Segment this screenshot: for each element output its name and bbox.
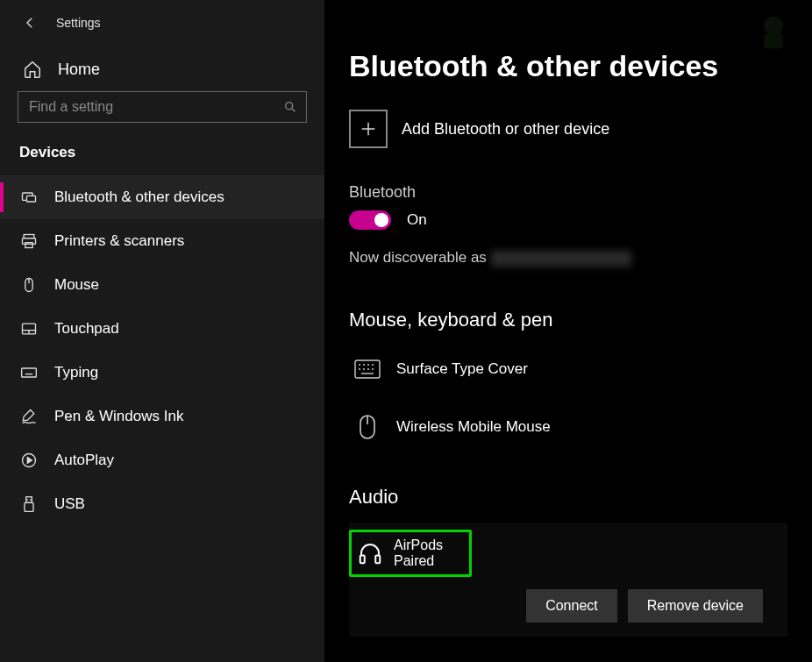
sidebar: Settings Home Devices Bluetooth & oth — [0, 0, 324, 662]
keyboard-device-icon — [353, 354, 382, 384]
back-button[interactable] — [21, 14, 39, 32]
toggle-state-label: On — [407, 211, 427, 229]
svg-marker-18 — [27, 458, 32, 464]
svg-rect-11 — [22, 368, 37, 377]
svg-point-23 — [764, 17, 783, 36]
home-icon — [23, 60, 42, 79]
svg-rect-4 — [23, 238, 36, 245]
section-heading-devices: Devices — [0, 139, 324, 175]
window-title: Settings — [56, 16, 101, 30]
audio-device-item[interactable]: AirPods Paired — [349, 530, 472, 577]
svg-rect-20 — [25, 502, 33, 511]
nav-item-pen[interactable]: Pen & Windows Ink — [0, 395, 324, 438]
add-device-label: Add Bluetooth or other device — [402, 120, 609, 139]
pen-icon — [19, 407, 39, 426]
nav-list: Bluetooth & other devices Printers & sca… — [0, 175, 324, 526]
svg-rect-5 — [25, 243, 32, 248]
nav-label: Typing — [54, 364, 98, 381]
svg-point-0 — [286, 103, 293, 110]
add-device-button[interactable]: Add Bluetooth or other device — [349, 110, 787, 148]
device-name-redacted — [491, 251, 631, 267]
section-title-audio: Audio — [349, 486, 787, 509]
discoverable-prefix: Now discoverable as — [349, 249, 491, 266]
remove-device-button[interactable]: Remove device — [628, 589, 763, 623]
nav-item-touchpad[interactable]: Touchpad — [0, 307, 324, 351]
arrow-left-icon — [22, 15, 38, 31]
device-row-mouse[interactable]: Wireless Mobile Mouse — [349, 403, 787, 461]
audio-device-card: AirPods Paired Connect Remove device — [349, 523, 787, 637]
search-box[interactable] — [18, 91, 307, 123]
nav-item-printers[interactable]: Printers & scanners — [0, 219, 324, 263]
section-title-mkp: Mouse, keyboard & pen — [349, 309, 787, 331]
connect-button[interactable]: Connect — [526, 589, 617, 623]
page-title: Bluetooth & other devices — [349, 49, 787, 83]
device-row-keyboard[interactable]: Surface Type Cover — [349, 345, 787, 403]
nav-label: Bluetooth & other devices — [54, 189, 224, 206]
plus-icon — [349, 110, 388, 148]
nav-label: Touchpad — [54, 320, 119, 338]
nav-label: Pen & Windows Ink — [54, 408, 183, 425]
nav-label: Mouse — [54, 276, 99, 294]
device-name: Wireless Mobile Mouse — [396, 418, 551, 436]
nav-label: Printers & scanners — [54, 232, 184, 250]
usb-icon — [19, 495, 39, 514]
svg-rect-2 — [27, 196, 36, 202]
nav-item-mouse[interactable]: Mouse — [0, 263, 324, 307]
discoverable-text: Now discoverable as — [349, 249, 787, 267]
watermark-logo — [751, 11, 796, 56]
device-name: Surface Type Cover — [396, 360, 528, 378]
svg-rect-39 — [360, 556, 365, 564]
nav-label: USB — [54, 495, 85, 513]
keyboard-icon — [19, 363, 39, 382]
search-input[interactable] — [29, 99, 271, 115]
search-icon — [283, 100, 297, 114]
mouse-icon — [19, 275, 39, 295]
printer-icon — [19, 231, 39, 251]
devices-icon — [19, 188, 39, 207]
main-panel: Bluetooth & other devices Add Bluetooth … — [324, 0, 812, 662]
mouse-device-icon — [353, 412, 382, 442]
nav-label: AutoPlay — [54, 452, 114, 469]
touchpad-icon — [19, 319, 39, 338]
audio-device-status: Paired — [394, 553, 443, 569]
svg-rect-24 — [764, 33, 783, 48]
bluetooth-heading: Bluetooth — [349, 183, 787, 202]
nav-item-typing[interactable]: Typing — [0, 351, 324, 395]
home-nav[interactable]: Home — [0, 47, 324, 91]
nav-item-bluetooth[interactable]: Bluetooth & other devices — [0, 175, 324, 219]
bluetooth-toggle[interactable] — [349, 210, 391, 230]
autoplay-icon — [19, 451, 39, 470]
headphones-icon — [357, 540, 383, 566]
audio-device-name: AirPods — [394, 537, 443, 553]
nav-item-autoplay[interactable]: AutoPlay — [0, 438, 324, 482]
nav-item-usb[interactable]: USB — [0, 482, 324, 526]
svg-rect-40 — [375, 556, 380, 564]
home-label: Home — [58, 61, 100, 79]
